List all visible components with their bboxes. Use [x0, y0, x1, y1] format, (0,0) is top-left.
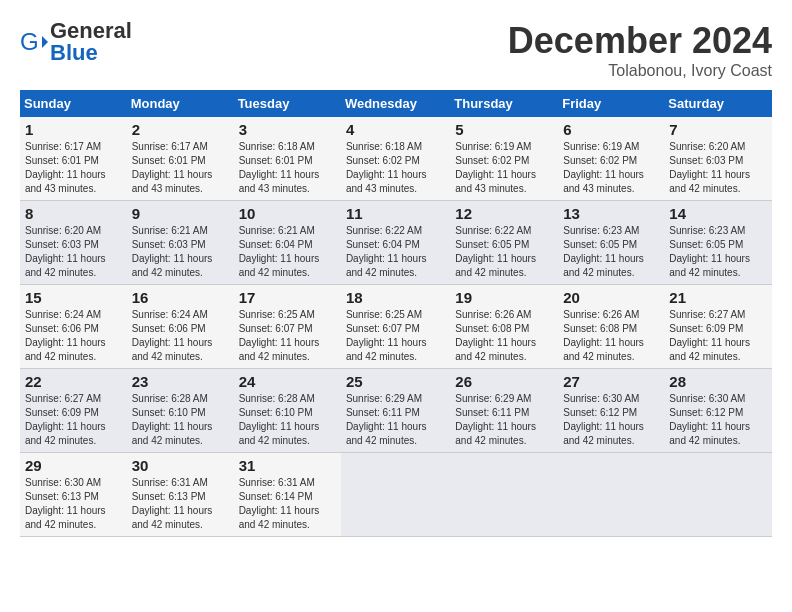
table-row: 19Sunrise: 6:26 AMSunset: 6:08 PMDayligh… [450, 285, 558, 369]
day-number: 30 [132, 457, 229, 474]
day-number: 22 [25, 373, 122, 390]
table-row: 9Sunrise: 6:21 AMSunset: 6:03 PMDaylight… [127, 201, 234, 285]
table-row: 12Sunrise: 6:22 AMSunset: 6:05 PMDayligh… [450, 201, 558, 285]
day-number: 23 [132, 373, 229, 390]
table-row [664, 453, 772, 537]
table-row: 28Sunrise: 6:30 AMSunset: 6:12 PMDayligh… [664, 369, 772, 453]
day-info: Sunrise: 6:23 AMSunset: 6:05 PMDaylight:… [669, 225, 750, 278]
day-info: Sunrise: 6:17 AMSunset: 6:01 PMDaylight:… [132, 141, 213, 194]
day-number: 1 [25, 121, 122, 138]
day-info: Sunrise: 6:27 AMSunset: 6:09 PMDaylight:… [669, 309, 750, 362]
table-row [450, 453, 558, 537]
table-row: 10Sunrise: 6:21 AMSunset: 6:04 PMDayligh… [234, 201, 341, 285]
day-number: 14 [669, 205, 767, 222]
day-info: Sunrise: 6:25 AMSunset: 6:07 PMDaylight:… [346, 309, 427, 362]
day-info: Sunrise: 6:26 AMSunset: 6:08 PMDaylight:… [455, 309, 536, 362]
day-info: Sunrise: 6:20 AMSunset: 6:03 PMDaylight:… [25, 225, 106, 278]
day-info: Sunrise: 6:20 AMSunset: 6:03 PMDaylight:… [669, 141, 750, 194]
col-thursday: Thursday [450, 90, 558, 117]
table-row: 27Sunrise: 6:30 AMSunset: 6:12 PMDayligh… [558, 369, 664, 453]
day-number: 18 [346, 289, 445, 306]
table-row: 6Sunrise: 6:19 AMSunset: 6:02 PMDaylight… [558, 117, 664, 201]
table-row: 30Sunrise: 6:31 AMSunset: 6:13 PMDayligh… [127, 453, 234, 537]
day-info: Sunrise: 6:31 AMSunset: 6:14 PMDaylight:… [239, 477, 320, 530]
day-info: Sunrise: 6:28 AMSunset: 6:10 PMDaylight:… [132, 393, 213, 446]
day-number: 7 [669, 121, 767, 138]
day-info: Sunrise: 6:30 AMSunset: 6:12 PMDaylight:… [563, 393, 644, 446]
day-number: 20 [563, 289, 659, 306]
table-row: 26Sunrise: 6:29 AMSunset: 6:11 PMDayligh… [450, 369, 558, 453]
day-number: 11 [346, 205, 445, 222]
col-wednesday: Wednesday [341, 90, 450, 117]
day-info: Sunrise: 6:24 AMSunset: 6:06 PMDaylight:… [25, 309, 106, 362]
table-row: 1Sunrise: 6:17 AMSunset: 6:01 PMDaylight… [20, 117, 127, 201]
logo-icon: G [20, 28, 48, 56]
table-row: 11Sunrise: 6:22 AMSunset: 6:04 PMDayligh… [341, 201, 450, 285]
day-number: 4 [346, 121, 445, 138]
day-number: 21 [669, 289, 767, 306]
col-tuesday: Tuesday [234, 90, 341, 117]
logo-text: GeneralBlue [50, 20, 132, 64]
table-row: 23Sunrise: 6:28 AMSunset: 6:10 PMDayligh… [127, 369, 234, 453]
svg-text:G: G [20, 28, 39, 55]
col-sunday: Sunday [20, 90, 127, 117]
day-number: 17 [239, 289, 336, 306]
calendar-header: Sunday Monday Tuesday Wednesday Thursday… [20, 90, 772, 117]
day-number: 19 [455, 289, 553, 306]
day-number: 8 [25, 205, 122, 222]
day-info: Sunrise: 6:18 AMSunset: 6:02 PMDaylight:… [346, 141, 427, 194]
day-info: Sunrise: 6:18 AMSunset: 6:01 PMDaylight:… [239, 141, 320, 194]
day-info: Sunrise: 6:19 AMSunset: 6:02 PMDaylight:… [455, 141, 536, 194]
title-block: December 2024 Tolabonou, Ivory Coast [508, 20, 772, 80]
calendar-body: 1Sunrise: 6:17 AMSunset: 6:01 PMDaylight… [20, 117, 772, 537]
day-info: Sunrise: 6:23 AMSunset: 6:05 PMDaylight:… [563, 225, 644, 278]
logo-blue: Blue [50, 40, 98, 65]
table-row: 2Sunrise: 6:17 AMSunset: 6:01 PMDaylight… [127, 117, 234, 201]
table-row [341, 453, 450, 537]
table-row: 17Sunrise: 6:25 AMSunset: 6:07 PMDayligh… [234, 285, 341, 369]
day-number: 29 [25, 457, 122, 474]
table-row: 15Sunrise: 6:24 AMSunset: 6:06 PMDayligh… [20, 285, 127, 369]
calendar-week-row: 8Sunrise: 6:20 AMSunset: 6:03 PMDaylight… [20, 201, 772, 285]
day-number: 28 [669, 373, 767, 390]
table-row: 21Sunrise: 6:27 AMSunset: 6:09 PMDayligh… [664, 285, 772, 369]
day-info: Sunrise: 6:27 AMSunset: 6:09 PMDaylight:… [25, 393, 106, 446]
day-info: Sunrise: 6:22 AMSunset: 6:05 PMDaylight:… [455, 225, 536, 278]
calendar-week-row: 22Sunrise: 6:27 AMSunset: 6:09 PMDayligh… [20, 369, 772, 453]
day-info: Sunrise: 6:25 AMSunset: 6:07 PMDaylight:… [239, 309, 320, 362]
day-info: Sunrise: 6:31 AMSunset: 6:13 PMDaylight:… [132, 477, 213, 530]
day-info: Sunrise: 6:22 AMSunset: 6:04 PMDaylight:… [346, 225, 427, 278]
table-row: 18Sunrise: 6:25 AMSunset: 6:07 PMDayligh… [341, 285, 450, 369]
table-row: 5Sunrise: 6:19 AMSunset: 6:02 PMDaylight… [450, 117, 558, 201]
day-info: Sunrise: 6:29 AMSunset: 6:11 PMDaylight:… [346, 393, 427, 446]
page-header: G GeneralBlue December 2024 Tolabonou, I… [20, 20, 772, 80]
day-info: Sunrise: 6:30 AMSunset: 6:12 PMDaylight:… [669, 393, 750, 446]
day-number: 31 [239, 457, 336, 474]
table-row: 24Sunrise: 6:28 AMSunset: 6:10 PMDayligh… [234, 369, 341, 453]
col-friday: Friday [558, 90, 664, 117]
day-number: 16 [132, 289, 229, 306]
table-row: 3Sunrise: 6:18 AMSunset: 6:01 PMDaylight… [234, 117, 341, 201]
table-row: 14Sunrise: 6:23 AMSunset: 6:05 PMDayligh… [664, 201, 772, 285]
table-row [558, 453, 664, 537]
table-row: 7Sunrise: 6:20 AMSunset: 6:03 PMDaylight… [664, 117, 772, 201]
day-info: Sunrise: 6:17 AMSunset: 6:01 PMDaylight:… [25, 141, 106, 194]
day-info: Sunrise: 6:19 AMSunset: 6:02 PMDaylight:… [563, 141, 644, 194]
table-row: 8Sunrise: 6:20 AMSunset: 6:03 PMDaylight… [20, 201, 127, 285]
day-number: 3 [239, 121, 336, 138]
logo: G GeneralBlue [20, 20, 132, 64]
calendar-week-row: 29Sunrise: 6:30 AMSunset: 6:13 PMDayligh… [20, 453, 772, 537]
day-info: Sunrise: 6:26 AMSunset: 6:08 PMDaylight:… [563, 309, 644, 362]
day-number: 5 [455, 121, 553, 138]
col-monday: Monday [127, 90, 234, 117]
header-row: Sunday Monday Tuesday Wednesday Thursday… [20, 90, 772, 117]
col-saturday: Saturday [664, 90, 772, 117]
day-info: Sunrise: 6:24 AMSunset: 6:06 PMDaylight:… [132, 309, 213, 362]
calendar-week-row: 15Sunrise: 6:24 AMSunset: 6:06 PMDayligh… [20, 285, 772, 369]
table-row: 20Sunrise: 6:26 AMSunset: 6:08 PMDayligh… [558, 285, 664, 369]
table-row: 16Sunrise: 6:24 AMSunset: 6:06 PMDayligh… [127, 285, 234, 369]
day-number: 13 [563, 205, 659, 222]
table-row: 13Sunrise: 6:23 AMSunset: 6:05 PMDayligh… [558, 201, 664, 285]
table-row: 4Sunrise: 6:18 AMSunset: 6:02 PMDaylight… [341, 117, 450, 201]
location-title: Tolabonou, Ivory Coast [508, 62, 772, 80]
